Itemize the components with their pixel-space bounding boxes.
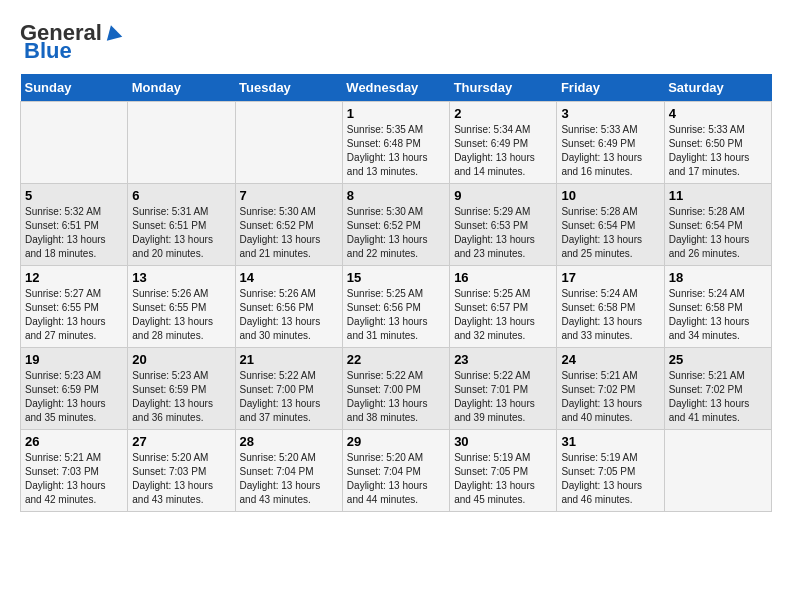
day-number: 3: [561, 106, 659, 121]
day-info: Sunrise: 5:29 AM Sunset: 6:53 PM Dayligh…: [454, 205, 552, 261]
day-number: 7: [240, 188, 338, 203]
day-info: Sunrise: 5:25 AM Sunset: 6:56 PM Dayligh…: [347, 287, 445, 343]
day-number: 27: [132, 434, 230, 449]
weekday-header: Thursday: [450, 74, 557, 102]
day-number: 5: [25, 188, 123, 203]
day-info: Sunrise: 5:20 AM Sunset: 7:04 PM Dayligh…: [240, 451, 338, 507]
day-info: Sunrise: 5:22 AM Sunset: 7:00 PM Dayligh…: [347, 369, 445, 425]
day-info: Sunrise: 5:28 AM Sunset: 6:54 PM Dayligh…: [561, 205, 659, 261]
calendar-cell: [128, 102, 235, 184]
day-number: 19: [25, 352, 123, 367]
day-info: Sunrise: 5:25 AM Sunset: 6:57 PM Dayligh…: [454, 287, 552, 343]
calendar-cell: 7Sunrise: 5:30 AM Sunset: 6:52 PM Daylig…: [235, 184, 342, 266]
weekday-header: Wednesday: [342, 74, 449, 102]
day-info: Sunrise: 5:21 AM Sunset: 7:02 PM Dayligh…: [669, 369, 767, 425]
day-number: 10: [561, 188, 659, 203]
day-info: Sunrise: 5:32 AM Sunset: 6:51 PM Dayligh…: [25, 205, 123, 261]
day-info: Sunrise: 5:23 AM Sunset: 6:59 PM Dayligh…: [132, 369, 230, 425]
day-number: 29: [347, 434, 445, 449]
logo-blue-text: Blue: [24, 38, 72, 64]
calendar-cell: 25Sunrise: 5:21 AM Sunset: 7:02 PM Dayli…: [664, 348, 771, 430]
day-info: Sunrise: 5:26 AM Sunset: 6:55 PM Dayligh…: [132, 287, 230, 343]
day-info: Sunrise: 5:22 AM Sunset: 7:01 PM Dayligh…: [454, 369, 552, 425]
calendar-cell: [235, 102, 342, 184]
calendar-cell: 10Sunrise: 5:28 AM Sunset: 6:54 PM Dayli…: [557, 184, 664, 266]
svg-marker-0: [103, 23, 122, 41]
logo: General Blue: [20, 20, 124, 64]
header: General Blue: [20, 20, 772, 64]
calendar-cell: 2Sunrise: 5:34 AM Sunset: 6:49 PM Daylig…: [450, 102, 557, 184]
calendar-table: SundayMondayTuesdayWednesdayThursdayFrid…: [20, 74, 772, 512]
calendar-cell: 27Sunrise: 5:20 AM Sunset: 7:03 PM Dayli…: [128, 430, 235, 512]
calendar-cell: 18Sunrise: 5:24 AM Sunset: 6:58 PM Dayli…: [664, 266, 771, 348]
day-info: Sunrise: 5:30 AM Sunset: 6:52 PM Dayligh…: [240, 205, 338, 261]
day-number: 4: [669, 106, 767, 121]
calendar-week-row: 5Sunrise: 5:32 AM Sunset: 6:51 PM Daylig…: [21, 184, 772, 266]
calendar-cell: 6Sunrise: 5:31 AM Sunset: 6:51 PM Daylig…: [128, 184, 235, 266]
calendar-cell: 9Sunrise: 5:29 AM Sunset: 6:53 PM Daylig…: [450, 184, 557, 266]
calendar-cell: 28Sunrise: 5:20 AM Sunset: 7:04 PM Dayli…: [235, 430, 342, 512]
day-info: Sunrise: 5:28 AM Sunset: 6:54 PM Dayligh…: [669, 205, 767, 261]
day-number: 13: [132, 270, 230, 285]
day-info: Sunrise: 5:33 AM Sunset: 6:50 PM Dayligh…: [669, 123, 767, 179]
calendar-cell: 16Sunrise: 5:25 AM Sunset: 6:57 PM Dayli…: [450, 266, 557, 348]
day-info: Sunrise: 5:22 AM Sunset: 7:00 PM Dayligh…: [240, 369, 338, 425]
calendar-cell: 24Sunrise: 5:21 AM Sunset: 7:02 PM Dayli…: [557, 348, 664, 430]
day-number: 26: [25, 434, 123, 449]
calendar-cell: 13Sunrise: 5:26 AM Sunset: 6:55 PM Dayli…: [128, 266, 235, 348]
calendar-cell: 21Sunrise: 5:22 AM Sunset: 7:00 PM Dayli…: [235, 348, 342, 430]
day-number: 21: [240, 352, 338, 367]
day-number: 24: [561, 352, 659, 367]
calendar-cell: 17Sunrise: 5:24 AM Sunset: 6:58 PM Dayli…: [557, 266, 664, 348]
day-info: Sunrise: 5:31 AM Sunset: 6:51 PM Dayligh…: [132, 205, 230, 261]
day-number: 14: [240, 270, 338, 285]
calendar-cell: 29Sunrise: 5:20 AM Sunset: 7:04 PM Dayli…: [342, 430, 449, 512]
day-number: 28: [240, 434, 338, 449]
day-number: 30: [454, 434, 552, 449]
day-info: Sunrise: 5:21 AM Sunset: 7:03 PM Dayligh…: [25, 451, 123, 507]
weekday-header: Saturday: [664, 74, 771, 102]
calendar-cell: 5Sunrise: 5:32 AM Sunset: 6:51 PM Daylig…: [21, 184, 128, 266]
day-info: Sunrise: 5:24 AM Sunset: 6:58 PM Dayligh…: [669, 287, 767, 343]
day-number: 20: [132, 352, 230, 367]
calendar-cell: [21, 102, 128, 184]
calendar-week-row: 19Sunrise: 5:23 AM Sunset: 6:59 PM Dayli…: [21, 348, 772, 430]
day-info: Sunrise: 5:35 AM Sunset: 6:48 PM Dayligh…: [347, 123, 445, 179]
calendar-cell: 20Sunrise: 5:23 AM Sunset: 6:59 PM Dayli…: [128, 348, 235, 430]
calendar-cell: 12Sunrise: 5:27 AM Sunset: 6:55 PM Dayli…: [21, 266, 128, 348]
calendar-cell: 11Sunrise: 5:28 AM Sunset: 6:54 PM Dayli…: [664, 184, 771, 266]
day-info: Sunrise: 5:30 AM Sunset: 6:52 PM Dayligh…: [347, 205, 445, 261]
day-info: Sunrise: 5:20 AM Sunset: 7:03 PM Dayligh…: [132, 451, 230, 507]
day-info: Sunrise: 5:26 AM Sunset: 6:56 PM Dayligh…: [240, 287, 338, 343]
calendar-cell: [664, 430, 771, 512]
day-info: Sunrise: 5:34 AM Sunset: 6:49 PM Dayligh…: [454, 123, 552, 179]
day-number: 12: [25, 270, 123, 285]
day-info: Sunrise: 5:19 AM Sunset: 7:05 PM Dayligh…: [561, 451, 659, 507]
day-info: Sunrise: 5:20 AM Sunset: 7:04 PM Dayligh…: [347, 451, 445, 507]
day-info: Sunrise: 5:24 AM Sunset: 6:58 PM Dayligh…: [561, 287, 659, 343]
day-number: 11: [669, 188, 767, 203]
calendar-cell: 23Sunrise: 5:22 AM Sunset: 7:01 PM Dayli…: [450, 348, 557, 430]
day-info: Sunrise: 5:21 AM Sunset: 7:02 PM Dayligh…: [561, 369, 659, 425]
day-number: 17: [561, 270, 659, 285]
calendar-cell: 3Sunrise: 5:33 AM Sunset: 6:49 PM Daylig…: [557, 102, 664, 184]
day-number: 15: [347, 270, 445, 285]
weekday-header-row: SundayMondayTuesdayWednesdayThursdayFrid…: [21, 74, 772, 102]
calendar-cell: 8Sunrise: 5:30 AM Sunset: 6:52 PM Daylig…: [342, 184, 449, 266]
calendar-week-row: 12Sunrise: 5:27 AM Sunset: 6:55 PM Dayli…: [21, 266, 772, 348]
calendar-cell: 1Sunrise: 5:35 AM Sunset: 6:48 PM Daylig…: [342, 102, 449, 184]
day-info: Sunrise: 5:19 AM Sunset: 7:05 PM Dayligh…: [454, 451, 552, 507]
logo-icon: [103, 23, 123, 43]
day-info: Sunrise: 5:23 AM Sunset: 6:59 PM Dayligh…: [25, 369, 123, 425]
day-number: 8: [347, 188, 445, 203]
day-number: 2: [454, 106, 552, 121]
day-number: 6: [132, 188, 230, 203]
day-number: 16: [454, 270, 552, 285]
day-number: 25: [669, 352, 767, 367]
calendar-cell: 30Sunrise: 5:19 AM Sunset: 7:05 PM Dayli…: [450, 430, 557, 512]
day-number: 9: [454, 188, 552, 203]
weekday-header: Sunday: [21, 74, 128, 102]
day-info: Sunrise: 5:27 AM Sunset: 6:55 PM Dayligh…: [25, 287, 123, 343]
calendar-cell: 26Sunrise: 5:21 AM Sunset: 7:03 PM Dayli…: [21, 430, 128, 512]
calendar-week-row: 26Sunrise: 5:21 AM Sunset: 7:03 PM Dayli…: [21, 430, 772, 512]
